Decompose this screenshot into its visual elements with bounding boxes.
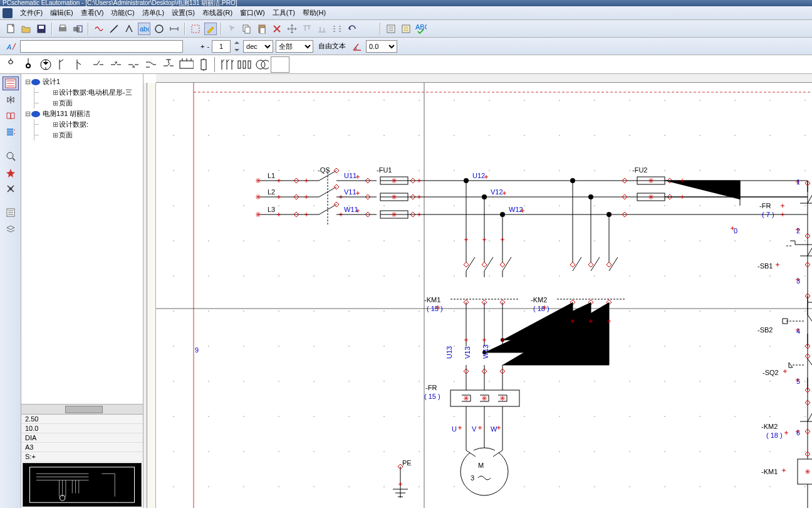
move-icon[interactable]	[286, 23, 298, 35]
tree-child-2-2[interactable]: ⊞ 页面	[23, 130, 142, 140]
spellcheck-icon[interactable]: ABC	[415, 23, 427, 35]
menu-func[interactable]: 功能(C)	[107, 7, 138, 19]
menu-tools[interactable]: 工具(T)	[269, 7, 299, 19]
title-bar: PCschematic ELautomation - [C:\Users\Adm…	[0, 0, 812, 6]
vt-book-icon[interactable]	[3, 109, 19, 123]
text-style-icon[interactable]: A	[5, 40, 18, 53]
print-icon[interactable]	[56, 23, 69, 35]
svg-point-27	[256, 60, 265, 69]
sym-pushbutton-icon[interactable]	[160, 56, 177, 73]
text-icon[interactable]: abc	[138, 23, 150, 35]
menu-view[interactable]: 查看(V)	[77, 7, 108, 19]
print-preview-icon[interactable]	[71, 23, 84, 35]
tree-child-1-2[interactable]: ⊞ 页面	[23, 98, 142, 108]
new-file-icon[interactable]	[5, 23, 18, 35]
property-toolbar: A + - dec 全部 自由文本 0.0	[0, 38, 812, 55]
tree-root-1[interactable]: ⊟ 设计1	[23, 77, 142, 87]
undo-icon[interactable]	[346, 23, 358, 35]
label-SB1: -SB1	[757, 262, 773, 270]
schematic-svg[interactable]: L1 L2 L3 -QS U11 V11 W11	[156, 83, 812, 508]
label-KM2bref: ( 18 )	[766, 431, 783, 439]
sym-disconnect-icon[interactable]	[90, 56, 107, 73]
vt-lines-icon[interactable]	[3, 125, 19, 139]
svg-text:ABC: ABC	[415, 24, 427, 31]
tree-hscroll[interactable]	[21, 404, 143, 414]
label-QS: -QS	[318, 166, 330, 174]
sym-3switch-icon[interactable]	[218, 56, 234, 73]
align-bottom-icon[interactable]	[316, 23, 328, 35]
vt-snap-icon[interactable]	[3, 166, 19, 179]
paste-icon[interactable]	[256, 23, 268, 35]
sym-break1-icon[interactable]	[55, 56, 71, 73]
pencil-icon[interactable]	[204, 23, 217, 35]
label-SB2: -SB2	[757, 326, 773, 334]
svg-rect-24	[238, 61, 241, 68]
vt-layer-icon[interactable]	[3, 222, 19, 236]
save-icon[interactable]	[35, 23, 48, 35]
tree-child-2-1[interactable]: ⊞ 设计数据:	[23, 119, 142, 130]
menu-file[interactable]: 文件(F)	[16, 7, 46, 19]
menu-window[interactable]: 窗口(W)	[236, 7, 269, 19]
page-preview[interactable]	[23, 463, 142, 507]
sym-generator-icon[interactable]	[3, 56, 19, 73]
menu-settings[interactable]: 设置(S)	[168, 7, 199, 19]
distribute-icon[interactable]	[331, 23, 343, 35]
label-FR: -FR	[425, 384, 437, 391]
menu-edit[interactable]: 编辑(E)	[46, 7, 77, 19]
sym-block-icon[interactable]	[178, 56, 194, 73]
list2-icon[interactable]	[400, 23, 412, 35]
list1-icon[interactable]	[385, 23, 397, 35]
drawing-area[interactable]: L1 L2 L3 -QS U11 V11 W11	[143, 74, 812, 508]
line-icon[interactable]	[108, 23, 120, 35]
sym-transformer-icon[interactable]	[253, 56, 269, 73]
copy-icon[interactable]	[241, 23, 253, 35]
label-KM2: -KM2	[531, 296, 547, 304]
pointer-icon[interactable]	[226, 23, 238, 35]
menu-router[interactable]: 布线器(R)	[199, 7, 236, 19]
symbol-palette	[0, 55, 812, 74]
angle-select[interactable]: 0.0	[366, 40, 397, 53]
vt-tree-icon[interactable]	[3, 77, 19, 90]
text-value-input[interactable]	[20, 40, 183, 53]
sym-node-icon[interactable]	[20, 56, 36, 73]
circle-icon[interactable]	[153, 23, 165, 35]
menu-help[interactable]: 帮助(H)	[299, 7, 330, 19]
unit-select[interactable]: dec	[243, 40, 273, 53]
sym-break2-icon[interactable]	[73, 56, 89, 73]
svg-rect-13	[260, 28, 265, 34]
svg-rect-33	[29, 467, 134, 502]
open-file-icon[interactable]	[20, 23, 33, 35]
project-tree[interactable]: ⊟ 设计1 ⊞ 设计数据:电动机星形-三 ⊞ 页面 ⊟ 电测131 胡丽洁 ⊞ …	[21, 74, 143, 404]
spinner-icon[interactable]	[233, 40, 241, 53]
sym-empty-icon[interactable]	[271, 56, 289, 73]
tree-root-2[interactable]: ⊟ 电测131 胡丽洁	[23, 108, 142, 119]
vt-form-icon[interactable]	[3, 206, 19, 220]
scope-select[interactable]: 全部	[276, 40, 313, 53]
sym-coil-icon[interactable]	[195, 56, 212, 73]
vt-zoom-icon[interactable]	[3, 149, 19, 163]
vt-mirror-icon[interactable]	[3, 93, 19, 107]
sym-nc-contact-icon[interactable]	[125, 56, 142, 73]
tree-label: 设计数据:	[59, 120, 88, 129]
label-n5: 5	[796, 378, 800, 385]
sym-3fuse-icon[interactable]	[236, 56, 252, 73]
dimension-icon[interactable]	[168, 23, 180, 35]
tree-child-1-1[interactable]: ⊞ 设计数据:电动机星形-三	[23, 87, 142, 98]
label-W12: W12	[509, 206, 523, 213]
number-input[interactable]	[212, 40, 231, 53]
sym-motor-icon[interactable]	[38, 56, 54, 73]
arc-icon[interactable]	[123, 23, 135, 35]
select-rect-icon[interactable]	[189, 23, 202, 35]
sym-no-contact-icon[interactable]	[108, 56, 124, 73]
delete-icon[interactable]	[271, 23, 283, 35]
sym-changeover-icon[interactable]	[143, 56, 159, 73]
label-KM1: -KM1	[424, 296, 440, 304]
svg-rect-11	[245, 27, 250, 33]
align-top-icon[interactable]	[301, 23, 313, 35]
svg-text:A: A	[6, 43, 11, 51]
angle-icon[interactable]	[351, 40, 363, 53]
menu-list[interactable]: 清单(L)	[138, 7, 168, 19]
vt-cross-icon[interactable]	[3, 182, 19, 196]
symbol-icon[interactable]	[93, 23, 105, 35]
eye-icon	[31, 79, 40, 85]
